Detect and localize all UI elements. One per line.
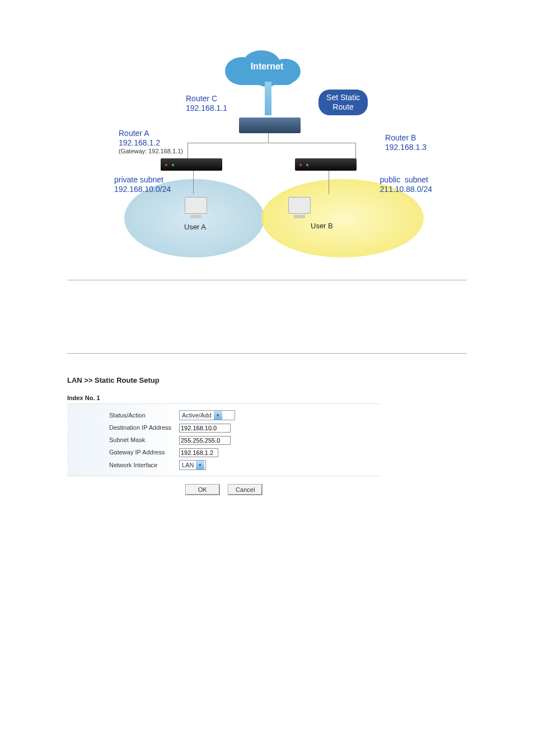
row-subnet-mask: Subnet Mask xyxy=(67,434,381,446)
static-route-form: LAN >> Static Route Setup Index No. 1 St… xyxy=(67,376,467,495)
connector-line xyxy=(265,82,271,115)
connector-line xyxy=(193,171,194,194)
user-a-label: User A xyxy=(184,223,206,231)
breadcrumb: LAN >> Static Route Setup xyxy=(67,376,467,384)
status-action-value: Active/Add xyxy=(180,411,214,420)
internet-cloud: Internet xyxy=(225,45,309,84)
gateway-label: Gateway IP Address xyxy=(67,449,179,456)
router-a-icon xyxy=(161,158,222,171)
network-diagram: Internet Set Static Route Router C 192.1… xyxy=(121,34,413,257)
subnet-mask-input[interactable] xyxy=(179,436,231,445)
gateway-ip-input[interactable] xyxy=(179,448,218,457)
router-b-icon xyxy=(295,158,357,171)
router-c-icon xyxy=(239,118,301,133)
chevron-down-icon: ▾ xyxy=(196,461,204,469)
router-c-label: Router C 192.168.1.1 xyxy=(186,94,227,113)
row-gateway: Gateway IP Address xyxy=(67,446,381,458)
router-a-gateway-note: (Gateway: 192.168.1.1) xyxy=(119,148,183,155)
connector-line xyxy=(268,133,269,143)
status-label: Status/Action xyxy=(67,412,179,419)
router-c-ip: 192.168.1.1 xyxy=(186,104,227,113)
user-b-icon xyxy=(287,197,312,219)
connector-line xyxy=(188,143,188,158)
public-subnet-name: public subnet xyxy=(380,175,432,185)
row-destination: Destination IP Address xyxy=(67,421,381,434)
button-bar: OK Cancel xyxy=(67,484,381,495)
private-subnet-name: private subnet xyxy=(114,175,171,185)
router-c-name: Router C xyxy=(186,94,227,104)
set-static-route-callout: Set Static Route xyxy=(318,90,368,115)
divider xyxy=(67,353,467,354)
network-interface-value: LAN xyxy=(180,461,196,469)
form-panel: Status/Action Active/Add ▾ Destination I… xyxy=(67,403,381,476)
connector-line xyxy=(329,171,329,194)
cancel-button[interactable]: Cancel xyxy=(228,485,262,495)
user-a-icon xyxy=(183,197,208,219)
private-subnet-label: private subnet 192.168.10.0/24 xyxy=(114,175,171,194)
router-a-label: Router A 192.168.1.2 (Gateway: 192.168.1… xyxy=(119,129,183,155)
divider xyxy=(67,280,467,280)
private-subnet-cidr: 192.168.10.0/24 xyxy=(114,185,171,194)
chevron-down-icon: ▾ xyxy=(214,411,222,420)
network-interface-select[interactable]: LAN ▾ xyxy=(179,460,206,470)
destination-ip-input[interactable] xyxy=(179,424,231,433)
row-interface: Network Interface LAN ▾ xyxy=(67,458,381,471)
callout-text: Set Static Route xyxy=(326,93,360,112)
ok-button[interactable]: OK xyxy=(186,485,219,495)
router-b-name: Router B xyxy=(385,133,427,143)
user-b-label: User B xyxy=(311,222,333,230)
router-b-label: Router B 192.168.1.3 xyxy=(385,133,427,152)
internet-label: Internet xyxy=(251,62,284,72)
destination-label: Destination IP Address xyxy=(67,424,179,431)
subnet-mask-label: Subnet Mask xyxy=(67,436,179,443)
public-subnet-cidr: 211.10.88.0/24 xyxy=(380,185,432,194)
interface-label: Network Interface xyxy=(67,462,179,468)
status-action-select[interactable]: Active/Add ▾ xyxy=(179,410,235,420)
router-a-name: Router A xyxy=(119,129,183,138)
index-label: Index No. 1 xyxy=(67,395,467,401)
row-status: Status/Action Active/Add ▾ xyxy=(67,408,381,421)
connector-line xyxy=(355,143,356,158)
router-b-ip: 192.168.1.3 xyxy=(385,143,427,152)
router-a-ip: 192.168.1.2 xyxy=(119,138,183,148)
public-subnet-label: public subnet 211.10.88.0/24 xyxy=(380,175,432,194)
connector-line xyxy=(188,143,355,143)
